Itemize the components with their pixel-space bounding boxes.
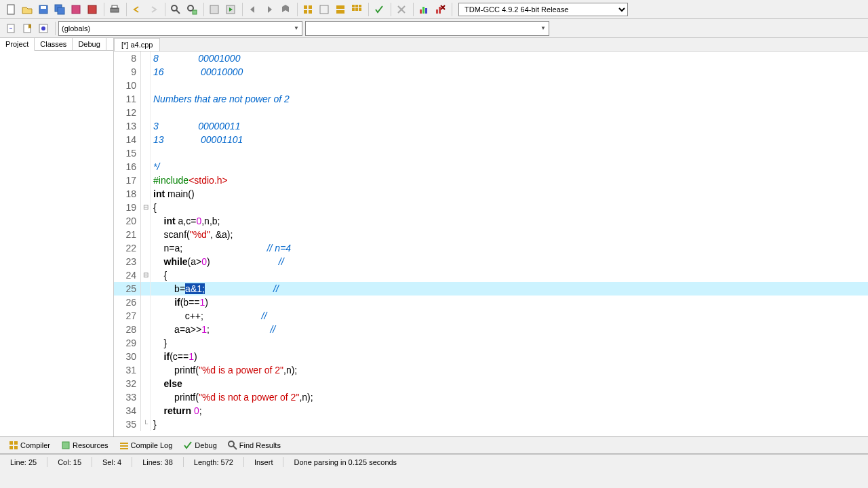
code-line[interactable]: 35└}: [114, 418, 868, 431]
chart-icon[interactable]: [416, 2, 431, 17]
code-line[interactable]: 30 if(c==1): [114, 350, 868, 363]
svg-rect-13: [210, 5, 218, 14]
open-icon[interactable]: [20, 2, 35, 17]
code-line[interactable]: 27 c++; //: [114, 309, 868, 323]
forward-icon[interactable]: [262, 2, 277, 17]
tab-debug[interactable]: Debug: [73, 38, 106, 50]
code-line[interactable]: 88 00001000: [114, 52, 868, 65]
code-line[interactable]: 22 n=a; // n=4: [114, 241, 868, 255]
grid4-icon[interactable]: [349, 2, 364, 17]
debug2-icon[interactable]: [36, 21, 51, 36]
svg-point-45: [229, 441, 234, 447]
bottom-tab-debug[interactable]: Debug: [178, 439, 222, 451]
svg-rect-30: [425, 8, 427, 14]
svg-rect-32: [439, 7, 441, 14]
svg-rect-15: [304, 5, 307, 9]
code-line[interactable]: 33 printf("%d is not a power of 2",n);: [114, 390, 868, 404]
code-line[interactable]: 916 00010000: [114, 65, 868, 79]
svg-rect-26: [355, 8, 358, 11]
svg-rect-5: [72, 5, 80, 14]
code-line[interactable]: 11Numbers that are not power of 2: [114, 92, 868, 106]
cancel-icon[interactable]: [394, 2, 409, 17]
bottom-tab-resources[interactable]: Resources: [56, 439, 114, 451]
close-icon[interactable]: [85, 2, 100, 17]
redo-icon[interactable]: [146, 2, 161, 17]
editor-area: [*] a4.cpp 88 00001000916 000100001011Nu…: [114, 38, 868, 436]
code-line[interactable]: 21 scanf("%d", &a);: [114, 228, 868, 241]
file-tab-a4[interactable]: [*] a4.cpp: [114, 38, 160, 51]
code-line[interactable]: 16*/: [114, 160, 868, 174]
compile-icon[interactable]: [207, 2, 222, 17]
svg-rect-7: [111, 8, 119, 12]
code-line[interactable]: 32 else: [114, 377, 868, 390]
code-line[interactable]: 20 int a,c=0,n,b;: [114, 214, 868, 228]
code-line[interactable]: 18int main(): [114, 187, 868, 201]
check-icon[interactable]: [372, 2, 387, 17]
svg-rect-24: [359, 5, 361, 7]
goto-icon[interactable]: [3, 21, 18, 36]
chevron-down-icon: ▼: [294, 25, 299, 31]
code-line[interactable]: 29 }: [114, 336, 868, 350]
print-icon[interactable]: [107, 2, 122, 17]
code-line[interactable]: 133 00000011: [114, 119, 868, 133]
code-line[interactable]: 12: [114, 106, 868, 119]
save-all-icon[interactable]: [52, 2, 67, 17]
code-line[interactable]: 19⊟{: [114, 201, 868, 214]
code-line[interactable]: 26 if(b==1): [114, 296, 868, 309]
code-line[interactable]: 1413 00001101: [114, 133, 868, 146]
undo-icon[interactable]: [130, 2, 144, 17]
save-as-icon[interactable]: [68, 2, 83, 17]
svg-rect-23: [355, 5, 358, 7]
status-col: Col: 15: [47, 457, 92, 467]
bottom-tab-compiler[interactable]: Compiler: [3, 439, 56, 451]
tab-classes[interactable]: Classes: [35, 38, 73, 50]
svg-rect-41: [62, 442, 69, 449]
compiler-select[interactable]: TDM-GCC 4.9.2 64-bit Release: [458, 3, 628, 16]
code-line[interactable]: 31 printf("%d is a power of 2",n);: [114, 363, 868, 377]
delete-chart-icon[interactable]: [433, 2, 448, 17]
svg-rect-39: [9, 446, 13, 449]
back-icon[interactable]: [245, 2, 260, 17]
svg-rect-16: [309, 5, 312, 9]
svg-rect-12: [193, 10, 197, 14]
bookmark2-icon[interactable]: [20, 21, 35, 36]
code-editor[interactable]: 88 00001000916 000100001011Numbers that …: [114, 52, 868, 436]
code-line[interactable]: 24⊟ {: [114, 268, 868, 282]
svg-rect-38: [14, 441, 18, 445]
bookmark-icon[interactable]: [278, 2, 293, 17]
code-line[interactable]: 17#include<stdio.h>: [114, 174, 868, 187]
svg-rect-17: [304, 10, 307, 14]
code-line[interactable]: 23 while(a>0) //: [114, 255, 868, 268]
save-icon[interactable]: [36, 2, 51, 17]
grid2-icon[interactable]: [317, 2, 332, 17]
bottom-tab-compile-log[interactable]: Compile Log: [114, 439, 178, 451]
status-mode: Insert: [244, 457, 284, 467]
find-icon[interactable]: [168, 2, 183, 17]
svg-rect-44: [120, 448, 128, 449]
sidebar: Project Classes Debug: [0, 38, 114, 436]
secondary-toolbar: (globals) ▼ ▼: [0, 19, 868, 38]
code-line[interactable]: 34 return 0;: [114, 404, 868, 418]
main-toolbar: TDM-GCC 4.9.2 64-bit Release: [0, 0, 868, 19]
new-file-icon[interactable]: [3, 2, 18, 17]
scope-label: (globals): [62, 24, 90, 33]
grid3-icon[interactable]: [333, 2, 348, 17]
svg-rect-19: [320, 5, 328, 14]
tab-project[interactable]: Project: [0, 38, 35, 51]
code-line[interactable]: 28 a=a>>1; //: [114, 323, 868, 336]
svg-rect-21: [336, 10, 344, 14]
bottom-tab-find[interactable]: Find Results: [222, 439, 286, 451]
sidebar-tabs: Project Classes Debug: [0, 38, 113, 51]
code-line[interactable]: 10: [114, 79, 868, 92]
svg-line-46: [233, 446, 237, 449]
replace-icon[interactable]: [184, 2, 199, 17]
status-bar: Line: 25 Col: 15 Sel: 4 Lines: 38 Length…: [0, 454, 868, 469]
svg-rect-2: [41, 6, 46, 9]
code-line[interactable]: 15: [114, 146, 868, 160]
grid1-icon[interactable]: [300, 2, 315, 17]
scope-dropdown[interactable]: (globals) ▼: [58, 21, 302, 36]
status-msg: Done parsing in 0.125 seconds: [283, 457, 868, 467]
run-icon[interactable]: [223, 2, 238, 17]
code-line[interactable]: 25 b=a&1; //: [114, 282, 868, 296]
member-dropdown[interactable]: ▼: [305, 21, 549, 36]
